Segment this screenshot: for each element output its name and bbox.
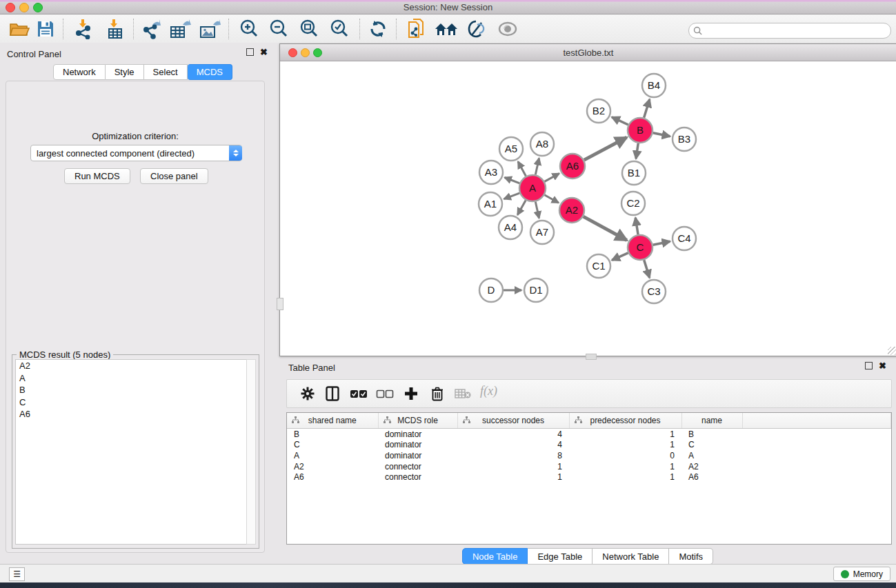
- mcds-result-list[interactable]: A2ABCA6: [15, 359, 248, 545]
- table-cell[interactable]: connector: [378, 461, 457, 472]
- tab-style[interactable]: Style: [106, 64, 144, 80]
- edge-A-A8[interactable]: [535, 159, 539, 175]
- edge-C-C4[interactable]: [653, 241, 670, 245]
- table-cell[interactable]: 8: [457, 450, 569, 461]
- mcds-result-item[interactable]: A2: [16, 360, 247, 372]
- window-resize-grip[interactable]: [888, 347, 896, 355]
- table-cell[interactable]: A: [681, 450, 742, 461]
- table-row[interactable]: A6connector11A6: [287, 472, 891, 483]
- delete-table-button[interactable]: [452, 383, 474, 405]
- split-panel-button[interactable]: [321, 383, 344, 405]
- hide-labels-button[interactable]: [464, 17, 488, 41]
- tab-motifs[interactable]: Motifs: [669, 548, 713, 565]
- task-history-button[interactable]: ☰: [9, 567, 25, 581]
- tab-edge-table[interactable]: Edge Table: [528, 548, 593, 565]
- node-table[interactable]: shared nameMCDS rolesuccessor nodesprede…: [286, 412, 892, 545]
- save-session-button[interactable]: [33, 17, 58, 41]
- table-cell[interactable]: A2: [287, 461, 378, 472]
- table-cell[interactable]: A6: [681, 472, 742, 483]
- table-row[interactable]: Adominator80A: [287, 450, 891, 461]
- network-window-titlebar[interactable]: testGlobe.txt: [280, 44, 896, 61]
- tab-mcds[interactable]: MCDS: [188, 64, 232, 80]
- table-cell[interactable]: 1: [569, 461, 681, 472]
- run-mcds-button[interactable]: Run MCDS: [64, 168, 130, 184]
- tab-select[interactable]: Select: [144, 64, 188, 80]
- edge-C-C3[interactable]: [644, 260, 650, 278]
- add-column-button[interactable]: [400, 383, 422, 405]
- column-header-name[interactable]: name: [681, 413, 742, 429]
- table-cell[interactable]: A2: [681, 461, 742, 472]
- column-header-shared-name[interactable]: shared name: [287, 413, 378, 429]
- table-cell[interactable]: 0: [569, 450, 681, 461]
- table-cell[interactable]: 4: [457, 440, 569, 451]
- edge-B-B4[interactable]: [644, 99, 650, 118]
- edge-A-A7[interactable]: [535, 202, 539, 219]
- mcds-result-item[interactable]: A: [16, 372, 247, 385]
- edge-B-B3[interactable]: [653, 133, 670, 136]
- network-from-selection-button[interactable]: [404, 17, 429, 41]
- column-settings-button[interactable]: [297, 383, 319, 405]
- tab-node-table[interactable]: Node Table: [462, 548, 528, 565]
- table-cell[interactable]: 1: [457, 461, 569, 472]
- table-cell[interactable]: dominator: [378, 440, 457, 451]
- edge-C-C1[interactable]: [612, 253, 628, 261]
- optimization-criterion-select[interactable]: largest connected component (directed): [30, 145, 242, 161]
- panel-divider-grip[interactable]: [277, 298, 283, 310]
- column-header-predecessor-nodes[interactable]: predecessor nodes: [569, 413, 681, 429]
- table-row[interactable]: Cdominator41C: [287, 440, 891, 451]
- table-cell[interactable]: dominator: [378, 429, 457, 440]
- edge-C-C2[interactable]: [635, 218, 638, 234]
- export-table-button[interactable]: [168, 17, 192, 41]
- zoom-in-button[interactable]: [237, 17, 261, 41]
- mcds-result-item[interactable]: B: [16, 384, 247, 396]
- close-panel-icon[interactable]: ✖: [879, 363, 886, 369]
- column-header-successor-nodes[interactable]: successor nodes: [457, 413, 569, 429]
- table-cell[interactable]: 1: [569, 472, 681, 483]
- result-scrollbar[interactable]: [246, 359, 256, 545]
- table-cell[interactable]: C: [287, 440, 378, 451]
- network-graph[interactable]: AA1A2A3A4A5A6A7A8BB1B2B3B4CC1C2C3C4DD1: [280, 61, 895, 355]
- table-cell[interactable]: dominator: [378, 450, 457, 461]
- search-field[interactable]: [688, 23, 891, 39]
- table-cell[interactable]: 4: [457, 429, 569, 440]
- import-table-button[interactable]: [101, 17, 126, 41]
- close-panel-icon[interactable]: ✖: [260, 49, 268, 55]
- edge-A6-B[interactable]: [584, 137, 627, 160]
- select-all-checkboxes-button[interactable]: [348, 383, 370, 405]
- zoom-fit-button[interactable]: [297, 17, 321, 41]
- edge-A2-C[interactable]: [584, 216, 627, 240]
- table-cell[interactable]: A6: [287, 472, 378, 483]
- float-panel-icon[interactable]: [246, 48, 254, 56]
- tab-network[interactable]: Network: [53, 64, 106, 80]
- edge-A-A2[interactable]: [544, 195, 558, 203]
- cytohubba-home-button[interactable]: [434, 17, 459, 41]
- table-row[interactable]: Bdominator41B: [287, 429, 891, 440]
- table-cell[interactable]: 1: [569, 429, 681, 440]
- memory-button[interactable]: Memory: [833, 567, 890, 581]
- deselect-all-checkboxes-button[interactable]: [374, 383, 396, 405]
- mcds-result-item[interactable]: C: [16, 396, 247, 409]
- table-cell[interactable]: B: [681, 429, 742, 440]
- export-image-button[interactable]: [197, 17, 222, 41]
- mcds-result-item[interactable]: A6: [16, 408, 247, 420]
- edge-B-B2[interactable]: [612, 117, 628, 125]
- show-graphics-details-button[interactable]: [495, 17, 520, 41]
- float-panel-icon[interactable]: [865, 362, 873, 369]
- edge-A-A5[interactable]: [518, 161, 526, 176]
- import-network-button[interactable]: [70, 17, 95, 41]
- open-session-button[interactable]: [7, 17, 32, 41]
- tab-network-table[interactable]: Network Table: [593, 548, 669, 565]
- table-cell[interactable]: connector: [378, 472, 457, 483]
- zoom-out-button[interactable]: [266, 17, 291, 41]
- search-input[interactable]: [702, 26, 890, 37]
- refresh-button[interactable]: [366, 17, 390, 41]
- edge-A-A4[interactable]: [517, 200, 526, 214]
- zoom-selected-button[interactable]: [327, 17, 352, 41]
- network-canvas[interactable]: AA1A2A3A4A5A6A7A8BB1B2B3B4CC1C2C3C4DD1: [280, 61, 896, 356]
- table-row[interactable]: A2connector11A2: [287, 461, 891, 472]
- close-panel-button[interactable]: Close panel: [140, 168, 208, 184]
- table-cell[interactable]: A: [287, 450, 378, 461]
- edge-A-A3[interactable]: [505, 178, 520, 183]
- edge-A-A1[interactable]: [504, 193, 520, 199]
- delete-column-button[interactable]: [426, 383, 448, 405]
